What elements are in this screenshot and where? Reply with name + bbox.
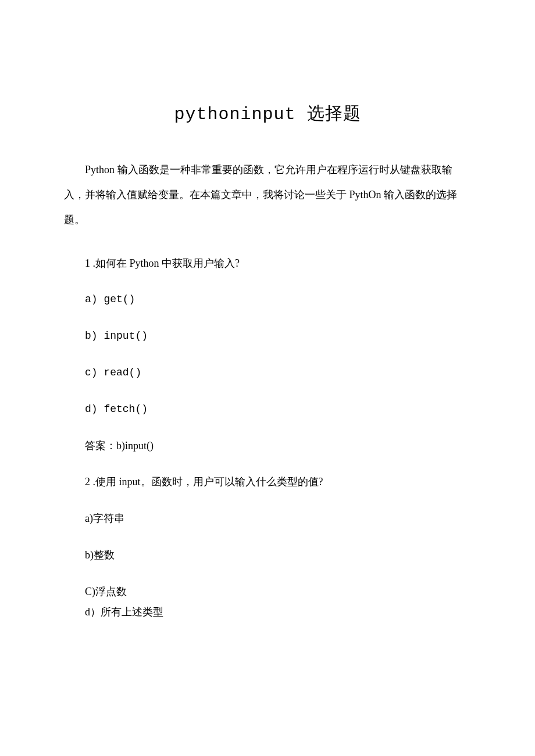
question-2-option-c: C)浮点数: [64, 583, 471, 600]
document-page: pythoninput 选择题 Python 输入函数是一种非常重要的函数，它允…: [0, 0, 535, 655]
question-2-option-a: a)字符串: [64, 510, 471, 527]
question-1-option-b: b) input(): [64, 328, 471, 345]
question-2-prompt: 2 .使用 input。函数时，用户可以输入什么类型的值?: [64, 474, 471, 490]
question-1-option-c: c) read(): [64, 364, 471, 381]
page-title: pythoninput 选择题: [64, 102, 471, 126]
question-1-prompt: 1 .如何在 Python 中获取用户输入?: [64, 255, 471, 272]
question-1-answer: 答案：b)input(): [64, 438, 471, 454]
intro-paragraph: Python 输入函数是一种非常重要的函数，它允许用户在程序运行时从键盘获取输入…: [64, 157, 471, 233]
question-2-option-b: b)整数: [64, 547, 471, 564]
question-2-option-d: d）所有上述类型: [64, 604, 471, 621]
question-1-option-d: d) fetch(): [64, 401, 471, 418]
question-1-option-a: a) get(): [64, 291, 471, 308]
